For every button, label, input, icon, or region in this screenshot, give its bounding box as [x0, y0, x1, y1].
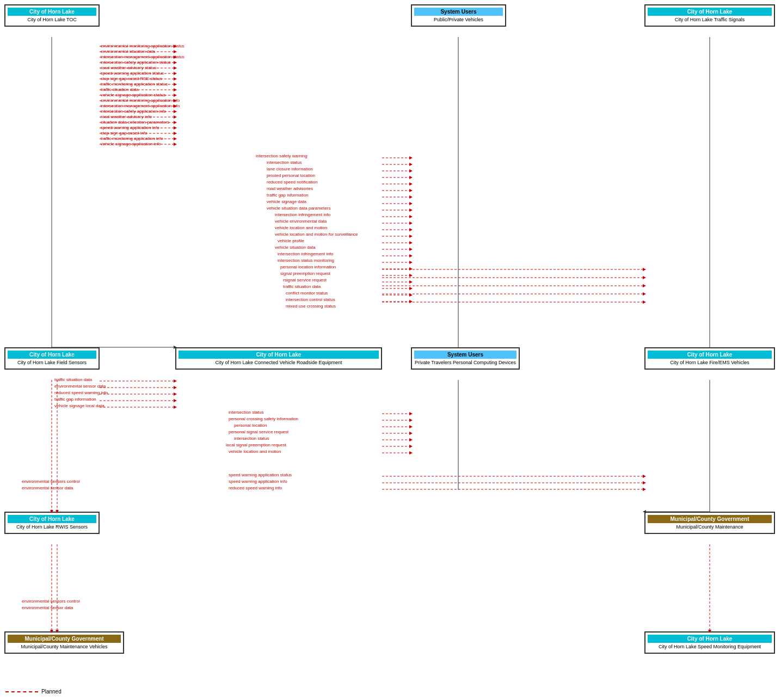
diagram-container: City of Horn Lake City of Horn Lake TOC …: [0, 0, 781, 700]
label-intersection-control-status: intersection control status: [286, 297, 335, 302]
label-traffic-monitoring-status: traffic monitoring application status: [101, 82, 168, 87]
label-situation-data-params: situation data collection parameters: [101, 120, 169, 125]
label-speed-warning-status: speed warning application status: [101, 71, 164, 76]
label-vehicle-location-surveillance: vehicle location and motion for surveill…: [275, 232, 358, 237]
node-traffic-signals-body: City of Horn Lake Traffic Signals: [648, 17, 772, 23]
label-proxied-personal-location: proxied personal location: [267, 173, 315, 178]
node-rwis-sensors-header: City of Horn Lake: [8, 515, 96, 523]
label-conflict-monitor-status: conflict monitor status: [286, 291, 328, 296]
label-speed-warning-app-status: speed warning application status: [229, 472, 292, 477]
label-reduced-speed-notif: reduced speed notification: [267, 180, 317, 185]
label-traffic-situation-data: traffic situation data: [101, 87, 138, 92]
label-signal-preemption-request: signal preemption request: [280, 271, 330, 276]
node-field-sensors-body: City of Horn Lake Field Sensors: [8, 360, 96, 366]
label-lane-closure-info: lane closure information: [267, 167, 313, 171]
node-municipal-maintenance: Municipal/County Government Municipal/Co…: [644, 512, 775, 534]
label-cv-intersection-status2: intersection status: [234, 436, 269, 441]
node-cv-roadside-body: City of Horn Lake Connected Vehicle Road…: [179, 360, 379, 366]
label-field-env-sensor-data: environmental sensor data: [54, 384, 106, 389]
label-cv-personal-crossing: personal crossing safety information: [229, 416, 298, 421]
node-fire-ems: City of Horn Lake City of Horn Lake Fire…: [644, 347, 775, 370]
label-speed-warning-app-info: speed warning application info: [229, 479, 287, 484]
label-speed-warning-info: speed warning application info: [101, 125, 159, 130]
label-cv-local-signal-preemption: local signal preemption request: [226, 443, 286, 447]
label-vehicle-profile: vehicle profile: [278, 238, 304, 243]
node-toc-body: City of Horn Lake TOC: [8, 17, 96, 23]
node-maintenance-vehicles-body: Municipal/County Maintenance Vehicles: [8, 644, 121, 650]
label-vehicle-signage-info: vehicle signage application info: [101, 142, 161, 146]
label-field-traffic-situation: traffic situation data: [54, 377, 92, 382]
label-intersection-status-monitoring: intersection status monitoring: [278, 258, 334, 263]
label-intersection-infringement2: intersection infringement info: [278, 251, 333, 256]
label-vehicle-situation-params: vehicle situation data parameters: [267, 206, 330, 211]
label-cv-vehicle-location: vehicle location and motion: [229, 449, 281, 454]
node-toc-header: City of Horn Lake: [8, 8, 96, 16]
label-road-weather-advisories: road weather advisories: [267, 186, 313, 191]
label-vehicle-signage-status: vehicle signage application status: [101, 93, 165, 97]
label-intersection-safety-warning: intersection safety warning: [256, 153, 308, 158]
label-traffic-situation-data2: traffic situation data: [283, 284, 321, 289]
node-speed-monitoring-body: City of Horn Lake Speed Monitoring Equip…: [648, 644, 772, 650]
label-traffic-gap-info: traffic gap information: [267, 193, 309, 198]
label-intersection-safety-status: intersection safety application status: [101, 60, 171, 65]
label-env-situation-data: environmental situation data: [101, 49, 155, 54]
node-public-vehicles-body: Public/Private Vehicles: [414, 17, 503, 23]
node-speed-monitoring: City of Horn Lake City of Horn Lake Spee…: [644, 631, 775, 654]
label-field-reduced-speed: reduced speed warning info: [54, 390, 108, 395]
node-rwis-sensors: City of Horn Lake City of Horn Lake RWIS…: [4, 512, 100, 534]
node-field-sensors: City of Horn Lake City of Horn Lake Fiel…: [4, 347, 100, 370]
node-cv-roadside-header: City of Horn Lake: [179, 351, 379, 359]
node-municipal-maintenance-body: Municipal/County Maintenance: [648, 524, 772, 531]
node-toc: City of Horn Lake City of Horn Lake TOC: [4, 4, 100, 27]
legend-line: [5, 691, 38, 692]
node-cv-roadside: City of Horn Lake City of Horn Lake Conn…: [175, 347, 382, 370]
label-intersection-infringement: intersection infringement info: [275, 212, 330, 217]
label-mixed-use-crossing: mixed use crossing status: [286, 304, 336, 309]
label-vehicle-env-data: vehicle environmental data: [275, 219, 327, 224]
label-traffic-monitoring-info: traffic monitoring application info: [101, 136, 163, 141]
label-field-vehicle-signage: vehicle signage local data: [54, 403, 104, 408]
node-rwis-sensors-body: City of Horn Lake RWIS Sensors: [8, 524, 96, 531]
node-traffic-signals-header: City of Horn Lake: [648, 8, 772, 16]
label-reduced-speed-warning: reduced speed warning info: [229, 486, 282, 490]
label-env-monitoring-status: environmental monitoring application sta…: [101, 44, 185, 48]
node-fire-ems-header: City of Horn Lake: [648, 351, 772, 359]
label-stop-sign-rse: stop sign gap assist RSE status: [101, 76, 162, 81]
label-cv-personal-location: personal location: [234, 423, 267, 428]
node-maintenance-vehicles: Municipal/County Government Municipal/Co…: [4, 631, 124, 654]
label-vehicle-situation-data: vehicle situation data: [275, 245, 316, 250]
label-intersection-mgmt-status: intersection management application stat…: [101, 54, 185, 59]
label-vehicle-signage-data: vehicle signage data: [267, 199, 306, 204]
label-cv-intersection-status: intersection status: [229, 410, 263, 415]
label-rwis-env-data: environmental sensor data: [22, 605, 73, 610]
node-public-vehicles: System Users Public/Private Vehicles: [411, 4, 506, 27]
node-maintenance-vehicles-header: Municipal/County Government: [8, 635, 121, 643]
node-speed-monitoring-header: City of Horn Lake: [648, 635, 772, 643]
label-cv-personal-signal: personal signal service request: [229, 429, 288, 434]
label-intersection-mgmt-info: intersection management application info: [101, 103, 180, 108]
label-env-sensors-control: environmental sensors control: [22, 479, 80, 484]
node-field-sensors-header: City of Horn Lake: [8, 351, 96, 359]
node-public-vehicles-header: System Users: [414, 8, 503, 16]
node-private-travelers-header: System Users: [414, 351, 516, 359]
label-rwis-env-control: environmental sensors control: [22, 599, 80, 604]
label-personal-location-info: personal location information: [280, 265, 336, 269]
label-field-traffic-gap: traffic gap information: [54, 397, 96, 402]
label-env-sensor-data: environmental sensor data: [22, 486, 73, 490]
node-private-travelers-body: Private Travelers Personal Computing Dev…: [414, 360, 516, 366]
label-road-weather-info: road weather advisory info: [101, 114, 152, 119]
node-municipal-maintenance-header: Municipal/County Government: [648, 515, 772, 523]
node-private-travelers: System Users Private Travelers Personal …: [411, 347, 520, 370]
node-traffic-signals: City of Horn Lake City of Horn Lake Traf…: [644, 4, 775, 27]
legend: Planned: [5, 689, 62, 695]
label-rsignal-service-request: rsignal service request: [283, 278, 327, 283]
label-vehicle-location-motion: vehicle location and motion: [275, 225, 328, 230]
label-intersection-status: intersection status: [267, 160, 302, 165]
node-fire-ems-body: City of Horn Lake Fire/EMS Vehicles: [648, 360, 772, 366]
legend-label: Planned: [41, 689, 62, 695]
label-road-weather-advisory: road weather advisory status: [101, 65, 156, 70]
label-intersection-safety-info: intersection safety application info: [101, 109, 166, 114]
label-stop-sign-info: stop sign gap assist info: [101, 131, 147, 136]
label-env-monitoring-info: environmental monitoring application inf…: [101, 98, 180, 103]
